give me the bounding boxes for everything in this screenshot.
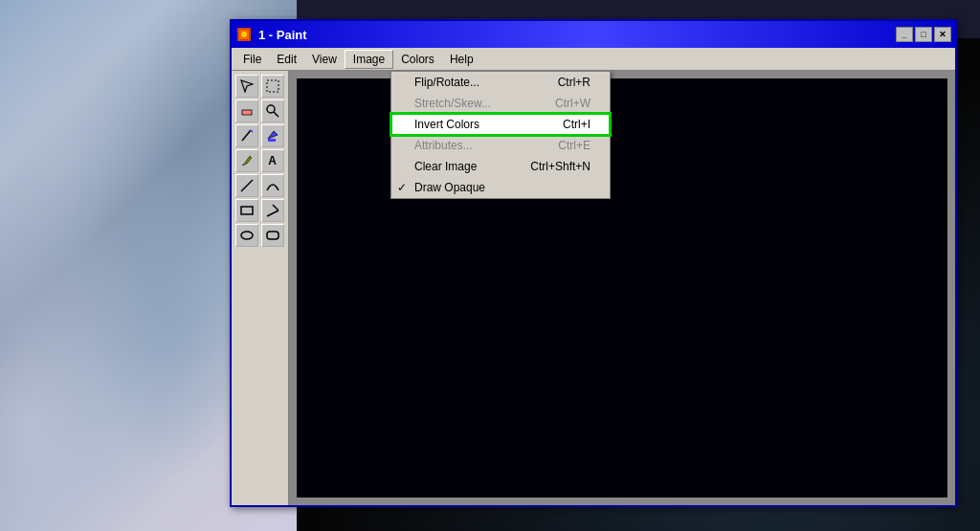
paint-window: 1 - Paint _ □ ✕ File Edit View Image Col… xyxy=(230,19,957,507)
tool-eraser[interactable] xyxy=(235,100,258,122)
menu-item-wrap-stretch: Stretch/Skew... Ctrl+W xyxy=(391,93,610,114)
tool-colorpicker[interactable] xyxy=(235,149,258,172)
tool-rect[interactable] xyxy=(235,199,258,222)
svg-line-14 xyxy=(273,205,278,210)
menu-item-drawopaque[interactable]: ✓ Draw Opaque xyxy=(391,177,610,198)
menu-view[interactable]: View xyxy=(304,51,345,68)
maximize-button[interactable]: □ xyxy=(915,27,932,42)
title-bar: 1 - Paint _ □ ✕ xyxy=(232,21,955,48)
tool-roundrect[interactable] xyxy=(261,224,284,247)
menu-item-stretch-label: Stretch/Skew... xyxy=(414,97,491,110)
svg-point-15 xyxy=(241,232,253,239)
tool-freeselect[interactable] xyxy=(235,75,258,98)
menu-item-fliprotate[interactable]: Flip/Rotate... Ctrl+R xyxy=(391,72,610,93)
svg-line-11 xyxy=(241,180,253,191)
menu-edit[interactable]: Edit xyxy=(269,51,304,68)
menu-item-wrap-attributes: Attributes... Ctrl+E xyxy=(391,135,610,156)
menu-item-fliprotate-label: Flip/Rotate... xyxy=(414,76,479,89)
svg-line-13 xyxy=(267,210,278,216)
svg-rect-10 xyxy=(268,139,276,142)
drawopaque-checkmark: ✓ xyxy=(397,181,407,194)
menu-item-stretch[interactable]: Stretch/Skew... Ctrl+W xyxy=(391,93,610,114)
svg-line-7 xyxy=(274,112,278,117)
tool-text[interactable]: A xyxy=(261,149,284,172)
menu-item-fliprotate-shortcut: Ctrl+R xyxy=(558,76,590,89)
svg-point-2 xyxy=(241,32,247,37)
close-button[interactable]: ✕ xyxy=(934,27,951,42)
tool-fill[interactable] xyxy=(261,124,284,147)
window-title: 1 - Paint xyxy=(258,28,896,42)
menu-item-drawopaque-label: Draw Opaque xyxy=(414,181,485,194)
menu-item-clear[interactable]: Clear Image Ctrl+Shft+N xyxy=(391,156,610,177)
menu-help[interactable]: Help xyxy=(442,51,481,68)
tool-magnify[interactable] xyxy=(261,100,284,122)
svg-marker-3 xyxy=(241,80,253,92)
svg-rect-4 xyxy=(267,80,278,92)
menu-image[interactable]: Image xyxy=(345,50,393,69)
svg-rect-12 xyxy=(241,207,253,214)
tool-line[interactable] xyxy=(235,174,258,197)
tool-ellipse[interactable] xyxy=(235,224,258,247)
tool-polygon[interactable] xyxy=(261,199,284,222)
menu-bar: File Edit View Image Colors Help xyxy=(232,48,955,71)
tools-panel: A xyxy=(232,71,289,505)
app-icon xyxy=(235,26,253,43)
svg-point-6 xyxy=(267,105,275,113)
minimize-button[interactable]: _ xyxy=(896,27,913,42)
svg-rect-5 xyxy=(242,110,252,115)
tool-curve[interactable] xyxy=(261,174,284,197)
svg-rect-16 xyxy=(267,232,278,239)
window-controls: _ □ ✕ xyxy=(896,27,951,42)
menu-item-attributes-label: Attributes... xyxy=(414,139,473,152)
menu-item-wrap-invert: Invert Colors Ctrl+I xyxy=(391,114,610,135)
menu-item-invert-label: Invert Colors xyxy=(414,118,479,131)
svg-line-8 xyxy=(242,130,251,141)
menu-item-invert-shortcut: Ctrl+I xyxy=(563,118,590,131)
menu-item-wrap-clear: Clear Image Ctrl+Shft+N xyxy=(391,156,610,177)
menu-item-attributes[interactable]: Attributes... Ctrl+E xyxy=(391,135,610,156)
tool-rectselect[interactable] xyxy=(261,75,284,98)
image-dropdown-menu: Flip/Rotate... Ctrl+R Stretch/Skew... Ct… xyxy=(390,71,611,199)
menu-item-wrap-drawopaque: ✓ Draw Opaque xyxy=(391,177,610,198)
menu-item-wrap-fliprotate: Flip/Rotate... Ctrl+R xyxy=(391,72,610,93)
tool-pencil[interactable] xyxy=(235,124,258,147)
menu-file[interactable]: File xyxy=(235,51,269,68)
menu-colors[interactable]: Colors xyxy=(393,51,442,68)
menu-item-clear-shortcut: Ctrl+Shft+N xyxy=(530,160,590,173)
menu-item-attributes-shortcut: Ctrl+E xyxy=(558,139,590,152)
menu-item-stretch-shortcut: Ctrl+W xyxy=(555,97,590,110)
menu-item-clear-label: Clear Image xyxy=(414,160,477,173)
tools-grid: A xyxy=(235,75,284,247)
menu-item-invert[interactable]: Invert Colors Ctrl+I xyxy=(391,114,610,135)
canvas-area[interactable] xyxy=(289,71,955,505)
